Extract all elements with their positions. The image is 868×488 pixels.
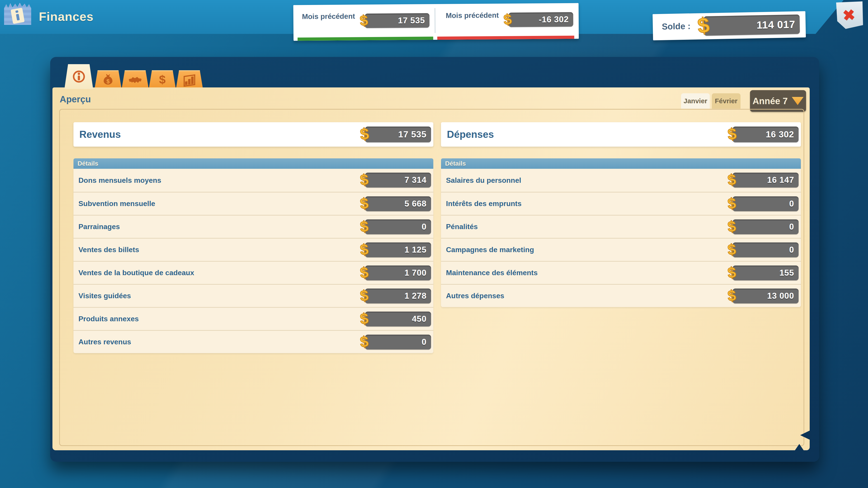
row-value: 0 [422,222,431,232]
expenses-column: Dépenses $ 16 302 Détails Salaires du pe… [441,122,801,147]
row-amount-pill: $ 1 125 [365,242,431,257]
revenues-details-bar: Détails [73,158,433,169]
svg-text:$: $ [159,73,165,86]
revenues-rows: Dons mensuels moyens $ 7 314 Subvention … [73,169,433,353]
tab-money[interactable]: $ [149,70,176,89]
row-value: 0 [789,199,799,208]
table-row: Campagnes de marketing $ 0 [441,238,801,261]
currency-icon: $ [727,265,737,281]
row-label: Campagnes de marketing [441,246,534,254]
row-value: 450 [412,314,431,324]
row-value: 1 700 [404,268,431,278]
currency-icon: $ [360,288,369,303]
income-trend-bar [298,37,433,41]
row-amount-pill: $ 5 668 [365,196,431,211]
currency-icon: $ [360,172,369,188]
table-row: Subvention mensuelle $ 5 668 [73,192,433,215]
row-label: Ventes des billets [73,246,139,254]
expenses-header: Dépenses $ 16 302 [441,122,801,147]
table-row: Dons mensuels moyens $ 7 314 [73,169,433,192]
row-amount-pill: $ 0 [365,219,431,234]
row-value: 13 000 [767,291,799,301]
table-row: Ventes de la boutique de cadeaux $ 1 700 [73,261,433,284]
previous-month-income-pill: $ 17 535 [365,13,430,28]
currency-icon: $ [727,126,737,142]
balance-label: Solde : [662,22,690,31]
row-amount-pill: $ 0 [733,196,799,211]
revenues-title: Revenus [73,129,121,140]
row-amount-pill: $ 155 [733,265,799,281]
previous-month-expense: Mois précédent $ -16 302 [437,3,577,37]
row-label: Intérêts des emprunts [441,199,522,208]
currency-icon: $ [360,311,369,326]
currency-icon: $ [359,13,368,28]
tab-deals[interactable] [122,70,149,89]
row-label: Ventes de la boutique de cadeaux [73,269,194,277]
handshake-icon [128,73,142,87]
row-label: Autres revenus [73,338,131,346]
row-value: 155 [779,268,799,278]
table-row: Visites guidées $ 1 278 [73,284,433,307]
summary-divider [435,8,436,33]
close-icon: ✖ [842,6,856,24]
money-bag-icon: $ [101,73,115,87]
page-title: Finances [39,9,94,24]
info-icon [72,70,86,84]
finances-dialog: $ $ Aperçu Janvier Février Année 7 [50,57,819,462]
row-value: 0 [789,245,799,255]
currency-icon: $ [360,219,369,234]
overview-panel: Aperçu Janvier Février Année 7 Revenus $… [53,88,810,450]
previous-month-expense-pill: $ -16 302 [508,12,573,27]
tab-income[interactable]: $ [94,70,122,89]
row-value: 7 314 [404,175,431,185]
panel-title: Aperçu [60,94,91,104]
row-value: 0 [422,337,431,347]
row-label: Pénalités [441,223,478,231]
balance-pill: $ 114 017 [704,14,800,36]
expenses-title: Dépenses [441,129,494,140]
currency-icon: $ [727,288,737,303]
close-button[interactable]: ✖ [835,1,863,29]
row-amount-pill: $ 450 [365,312,431,326]
table-row: Parrainages $ 0 [73,215,433,238]
currency-icon: $ [360,196,369,211]
expenses-rows: Salaires du personnel $ 16 147 Intérêts … [441,169,801,307]
row-label: Subvention mensuelle [73,199,155,208]
dollar-icon: $ [155,73,169,87]
previous-month-summary-panel: Mois précédent $ 17 535 Mois précédent $… [293,3,579,41]
currency-icon: $ [696,14,710,37]
details-label: Détails [73,160,98,167]
currency-icon: $ [360,126,370,142]
currency-icon: $ [360,242,369,257]
currency-icon: $ [727,219,737,234]
table-row: Salaires du personnel $ 16 147 [441,169,801,192]
row-amount-pill: $ 0 [733,242,799,257]
row-label: Parrainages [73,223,120,231]
year-dropdown[interactable]: Année 7 [750,90,806,112]
expenses-details-bar: Détails [441,158,801,169]
previous-month-expense-value: -16 302 [539,15,573,24]
year-dropdown-label: Année 7 [752,96,788,106]
previous-month-income-value: 17 535 [398,15,430,25]
row-value: 1 125 [404,245,431,255]
previous-month-income-label: Mois précédent [302,12,359,20]
finances-ledger-icon [4,2,31,25]
table-row: Intérêts des emprunts $ 0 [441,192,801,215]
row-amount-pill: $ 16 147 [733,173,799,188]
currency-icon: $ [727,196,737,211]
currency-icon: $ [360,265,369,281]
expenses-total-value: 16 302 [766,129,799,139]
tab-overview[interactable] [64,64,93,89]
month-button-fevrier[interactable]: Février [712,93,741,109]
revenues-header: Revenus $ 17 535 [73,122,433,147]
previous-month-income: Mois précédent $ 17 535 [293,4,434,37]
row-label: Salaires du personnel [441,176,521,185]
tab-charts[interactable] [176,70,203,89]
revenues-total-value: 17 535 [398,129,431,139]
currency-icon: $ [503,12,512,27]
table-row: Autres dépenses $ 13 000 [441,284,801,307]
month-button-janvier[interactable]: Janvier [681,93,710,109]
row-value: 0 [789,222,799,232]
balance-panel: Solde : $ 114 017 [653,11,806,40]
expense-trend-bar [437,36,574,40]
